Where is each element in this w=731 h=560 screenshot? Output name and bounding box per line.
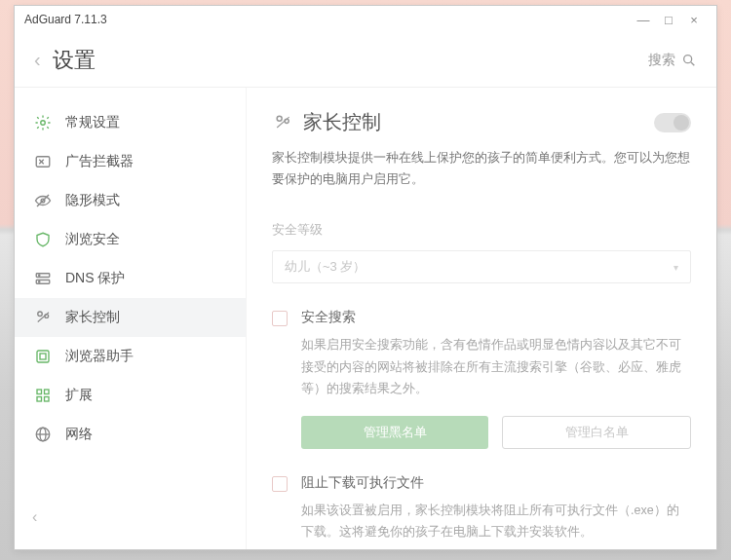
sidebar-item-adblocker[interactable]: 广告拦截器 bbox=[15, 142, 246, 181]
sidebar-item-label: 浏览安全 bbox=[65, 231, 120, 248]
svg-point-24 bbox=[277, 116, 282, 121]
button-label: 管理白名单 bbox=[565, 424, 629, 441]
window-title: AdGuard 7.11.3 bbox=[24, 13, 107, 26]
svg-rect-19 bbox=[37, 397, 42, 402]
manage-whitelist-button[interactable]: 管理白名单 bbox=[502, 416, 691, 449]
sidebar-item-label: 隐形模式 bbox=[65, 192, 120, 209]
sidebar-item-label: 扩展 bbox=[65, 387, 93, 404]
section-title: 家长控制 bbox=[303, 109, 381, 135]
section-description: 家长控制模块提供一种在线上保护您的孩子的简单便利方式。您可以为您想要保护的电脑用… bbox=[272, 147, 691, 190]
sidebar-item-general[interactable]: 常规设置 bbox=[15, 103, 246, 142]
block-exec-row: 阻止下载可执行文件 bbox=[272, 474, 691, 492]
sidebar-item-dns[interactable]: DNS 保护 bbox=[15, 259, 246, 298]
select-value: 幼儿（~3 岁） bbox=[285, 258, 366, 276]
svg-rect-17 bbox=[37, 390, 42, 394]
svg-point-11 bbox=[39, 281, 40, 282]
sidebar-item-browsing-security[interactable]: 浏览安全 bbox=[15, 220, 246, 259]
safe-search-row: 安全搜索 bbox=[272, 309, 691, 326]
svg-rect-3 bbox=[36, 157, 50, 168]
sidebar-item-label: 网络 bbox=[65, 426, 93, 443]
safe-search-checkbox[interactable] bbox=[272, 311, 288, 326]
sidebar-item-parental[interactable]: 家长控制 bbox=[15, 298, 246, 337]
list-buttons: 管理黑名单 管理白名单 bbox=[301, 416, 691, 449]
sidebar-item-label: DNS 保护 bbox=[65, 270, 125, 287]
block-exec-label: 阻止下载可执行文件 bbox=[301, 474, 424, 492]
svg-line-1 bbox=[691, 62, 694, 65]
sidebar-item-label: 常规设置 bbox=[65, 114, 120, 131]
parental-icon bbox=[272, 112, 293, 133]
minimize-button[interactable]: — bbox=[631, 13, 656, 27]
sidebar-item-label: 广告拦截器 bbox=[65, 153, 134, 170]
adblock-icon bbox=[32, 153, 54, 170]
svg-rect-20 bbox=[45, 397, 50, 402]
globe-icon bbox=[32, 426, 54, 443]
content-panel: 家长控制 家长控制模块提供一种在线上保护您的孩子的简单便利方式。您可以为您想要保… bbox=[247, 88, 716, 549]
svg-rect-15 bbox=[37, 351, 49, 362]
toggle-knob bbox=[673, 115, 689, 131]
svg-point-0 bbox=[684, 55, 692, 62]
assistant-icon bbox=[32, 348, 54, 365]
safe-search-label: 安全搜索 bbox=[301, 309, 356, 326]
safe-search-description: 如果启用安全搜索功能，含有色情作品或明显色情内容以及其它不可接受的内容的网站将被… bbox=[301, 334, 691, 400]
gear-icon bbox=[32, 114, 54, 131]
sidebar-item-extensions[interactable]: 扩展 bbox=[15, 376, 246, 415]
svg-point-12 bbox=[38, 312, 43, 317]
back-icon[interactable]: ‹ bbox=[34, 49, 41, 71]
parental-toggle[interactable] bbox=[654, 113, 691, 132]
search-label: 搜索 bbox=[648, 52, 675, 69]
maximize-button[interactable]: □ bbox=[656, 13, 681, 27]
security-level-label: 安全等级 bbox=[272, 221, 691, 239]
sidebar-item-label: 家长控制 bbox=[65, 309, 120, 326]
sidebar-item-stealth[interactable]: 隐形模式 bbox=[15, 181, 246, 220]
shield-icon bbox=[32, 231, 54, 248]
svg-rect-18 bbox=[45, 390, 50, 394]
button-label: 管理黑名单 bbox=[364, 424, 427, 441]
close-button[interactable]: × bbox=[681, 13, 707, 27]
app-window: AdGuard 7.11.3 — □ × ‹ 设置 搜索 常规设置 bbox=[14, 5, 717, 550]
page-header: ‹ 设置 搜索 bbox=[15, 33, 716, 88]
dns-icon bbox=[32, 270, 54, 287]
sidebar-collapse-icon[interactable]: ‹ bbox=[15, 508, 246, 534]
manage-blacklist-button[interactable]: 管理黑名单 bbox=[301, 416, 488, 449]
search-input[interactable]: 搜索 bbox=[648, 52, 697, 69]
sidebar-item-assistant[interactable]: 浏览器助手 bbox=[15, 337, 246, 376]
sidebar-item-network[interactable]: 网络 bbox=[15, 415, 246, 454]
search-icon bbox=[681, 53, 697, 68]
sidebar: 常规设置 广告拦截器 隐形模式 浏览安全 bbox=[15, 88, 247, 549]
chevron-down-icon: ▾ bbox=[673, 262, 678, 273]
section-header: 家长控制 bbox=[272, 109, 691, 135]
eye-off-icon bbox=[32, 192, 54, 209]
sidebar-item-label: 浏览器助手 bbox=[65, 348, 134, 365]
security-level-select[interactable]: 幼儿（~3 岁） ▾ bbox=[272, 250, 691, 283]
svg-rect-16 bbox=[40, 354, 46, 359]
svg-point-10 bbox=[39, 275, 40, 276]
extensions-icon bbox=[32, 387, 54, 404]
svg-point-2 bbox=[41, 121, 46, 126]
page-title: 设置 bbox=[53, 46, 96, 75]
titlebar: AdGuard 7.11.3 — □ × bbox=[15, 6, 716, 33]
block-exec-checkbox[interactable] bbox=[272, 476, 288, 492]
parental-icon bbox=[32, 309, 54, 326]
body: 常规设置 广告拦截器 隐形模式 浏览安全 bbox=[15, 88, 716, 549]
block-exec-description: 如果该设置被启用，家长控制模块将阻止所有可执行文件（.exe）的下载。这将避免你… bbox=[301, 500, 691, 543]
